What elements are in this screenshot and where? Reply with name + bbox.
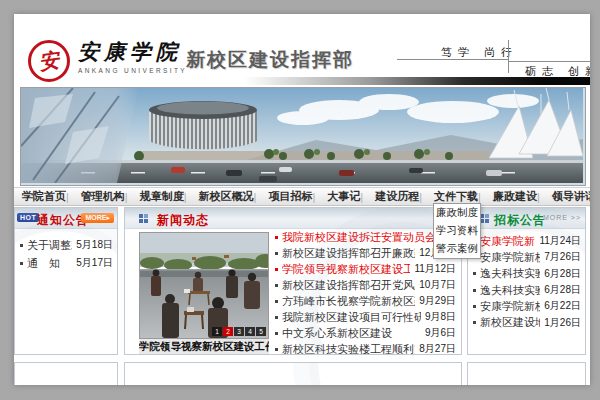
campus-banner-image <box>20 87 586 186</box>
dropdown-item-integrity-rules[interactable]: 廉政制度 <box>434 204 480 222</box>
news-photo[interactable]: 1 2 3 4 5 <box>139 232 269 339</box>
list-item[interactable]: 安康学院新校区景观绿…11月24日 <box>473 233 581 249</box>
notices-list: 关于调整新校区建…5月18日 通 知5月17日 <box>20 236 113 272</box>
nav-item-home[interactable]: 学院首页 <box>22 189 66 204</box>
news-photo-block: 1 2 3 4 5 学院领导视察新校区建设工作 <box>139 232 269 354</box>
integrity-dropdown-menu: 廉政制度 学习资料 警示案例 <box>433 203 481 259</box>
list-item[interactable]: 逸夫科技实验楼工程监…6月28日 <box>473 282 581 298</box>
bullet-icon <box>275 268 278 271</box>
nav-item-history[interactable]: 建设历程 <box>360 189 419 204</box>
list-item[interactable]: 中文系心系新校区建设9月6日 <box>275 325 456 341</box>
bullet-icon <box>275 300 278 303</box>
bullet-icon <box>473 321 476 324</box>
bullet-icon <box>275 236 278 239</box>
page-title: 新校区建设指挥部 <box>186 47 354 73</box>
list-item[interactable]: 学院领导视察新校区建设工作11月12日 <box>275 261 456 277</box>
bullet-icon <box>20 262 23 265</box>
list-item[interactable]: 我院新校区建设拆迁安置动员会在建民镇… <box>275 229 456 245</box>
panel-stub <box>124 362 462 385</box>
dropdown-item-study-materials[interactable]: 学习资料 <box>434 222 480 240</box>
list-item[interactable]: 新校区建设指挥部召开廉政建设工作座谈…12月2日 <box>275 245 456 261</box>
list-item[interactable]: 方玮峰市长视察学院新校区建设并参加科…9月29日 <box>275 293 456 309</box>
squares-icon <box>139 214 148 223</box>
bids-title: 招标公告 <box>494 212 546 229</box>
photo-caption[interactable]: 学院领导视察新校区建设工作 <box>139 339 269 354</box>
webpage: 安 安康学院 ANKANG UNIVERSITY 新校区建设指挥部 笃学 尚行 … <box>14 14 590 385</box>
dropdown-item-warning-cases[interactable]: 警示案例 <box>434 240 480 258</box>
page-dot-3[interactable]: 3 <box>234 327 244 336</box>
photo-pagination: 1 2 3 4 5 <box>212 327 266 336</box>
main-nav: 学院首页 管理机构 规章制度 新校区概况 项目招标 大事记 建设历程 文件下载 … <box>14 187 590 206</box>
bullet-icon <box>20 244 23 247</box>
bids-more-link[interactable]: MORE >> <box>543 214 581 221</box>
news-title: 新闻动态 <box>157 212 209 229</box>
nav-item-campus-overview[interactable]: 新校区概况 <box>184 189 254 204</box>
news-list: 我院新校区建设拆迁安置动员会在建民镇… 新校区建设指挥部召开廉政建设工作座谈…1… <box>275 229 456 355</box>
nav-item-speeches[interactable]: 领导讲话 <box>537 189 590 204</box>
bullet-icon <box>275 332 278 335</box>
list-item[interactable]: 我院新校区建设项目可行性研究报告获得…9月8日 <box>275 309 456 325</box>
bids-panel: 招标公告 MORE >> 安康学院新校区景观绿…11月24日 安康学院新校区道路… <box>467 207 586 355</box>
site-header: 安 安康学院 ANKANG UNIVERSITY 新校区建设指挥部 笃学 尚行 … <box>14 14 590 77</box>
motto-divider-line <box>509 61 590 62</box>
list-item[interactable]: 新校区建设地质勘察招…1月26日 <box>473 314 581 330</box>
nav-item-events[interactable]: 大事记 <box>312 189 360 204</box>
screen: 安 安康学院 ANKANG UNIVERSITY 新校区建设指挥部 笃学 尚行 … <box>0 0 600 400</box>
notices-more-link[interactable]: MORE▸ <box>81 213 114 223</box>
nav-item-rules[interactable]: 规章制度 <box>125 189 184 204</box>
bullet-icon <box>473 289 476 292</box>
nav-item-downloads[interactable]: 文件下载 <box>419 189 478 204</box>
notices-header: HOT 通知公告 MORE▸ <box>15 208 117 229</box>
list-item[interactable]: 安康学院新校区基建用…6月22日 <box>473 298 581 314</box>
list-item[interactable]: 关于调整新校区建…5月18日 <box>20 236 113 254</box>
bullet-icon <box>275 348 278 351</box>
news-panel: 新闻动态 <box>124 207 462 355</box>
bullet-icon <box>275 252 278 255</box>
list-item[interactable]: 新校区科技实验楼工程顺利完成招标8月27日 <box>275 341 456 355</box>
page-dot-4[interactable]: 4 <box>245 327 255 336</box>
panel-stub <box>14 362 118 385</box>
motto-divider-vertical <box>508 40 509 73</box>
motto-top: 笃学 尚行 <box>441 45 518 60</box>
news-header: 新闻动态 <box>125 208 461 229</box>
bids-list: 安康学院新校区景观绿…11月24日 安康学院新校区道路及…7月26日 逸夫科技实… <box>473 233 581 331</box>
page-dot-2-active[interactable]: 2 <box>223 327 233 336</box>
list-item[interactable]: 安康学院新校区道路及…7月26日 <box>473 249 581 265</box>
page-dot-1[interactable]: 1 <box>212 327 222 336</box>
bullet-icon <box>275 284 278 287</box>
hot-badge: HOT <box>17 213 39 222</box>
bullet-icon <box>473 272 476 275</box>
notices-panel: HOT 通知公告 MORE▸ 关于调整新校区建…5月18日 通 知5月17日 <box>14 207 118 355</box>
nav-item-org[interactable]: 管理机构 <box>66 189 125 204</box>
list-item[interactable]: 逸夫科技实验楼工程招…6月28日 <box>473 266 581 282</box>
nav-item-bidding[interactable]: 项目招标 <box>254 189 313 204</box>
squares-icon <box>480 214 489 223</box>
list-item[interactable]: 新校区建设指挥部召开党风廉政建设暨制…10月7日 <box>275 277 456 293</box>
panel-stub <box>467 362 586 385</box>
page-dot-5[interactable]: 5 <box>256 327 266 336</box>
header-fade-bar <box>14 77 590 85</box>
motto-divider-line <box>397 59 508 60</box>
bullet-icon <box>473 305 476 308</box>
nav-item-integrity[interactable]: 廉政建设 <box>478 189 537 204</box>
list-item[interactable]: 通 知5月17日 <box>20 254 113 272</box>
university-logo-seal-icon: 安 <box>28 40 70 82</box>
bids-header: 招标公告 MORE >> <box>468 208 585 229</box>
seal-glyph: 安 <box>38 50 61 73</box>
banner-graphic <box>21 88 583 183</box>
bullet-icon <box>275 316 278 319</box>
motto-block: 笃学 尚行 砺志 创新 <box>397 42 590 80</box>
